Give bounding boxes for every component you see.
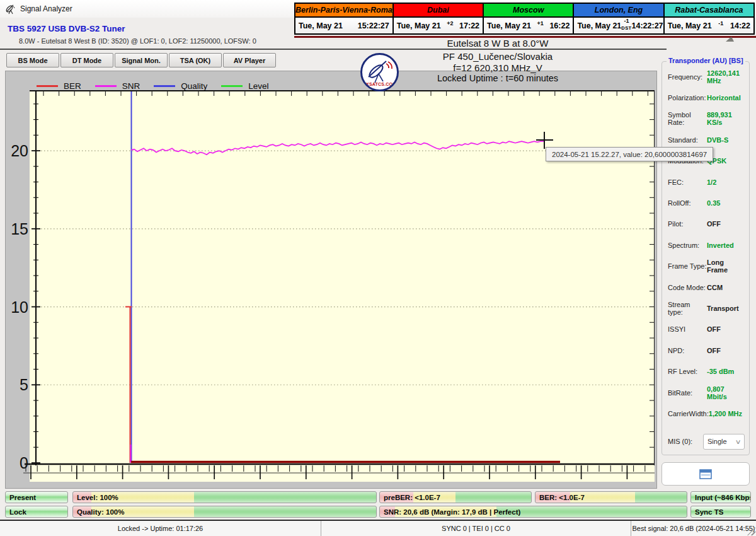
svg-text:5: 5 — [20, 376, 28, 393]
clock-date: Tue, May 21 — [299, 21, 343, 30]
chart-tooltip: 2024-05-21 15.22.27, value: 20,600000381… — [546, 147, 713, 161]
ber-bar: BER: <1.0E-7 — [535, 491, 687, 503]
clock-column: Dubai Tue, May 21 +2 17:22 — [394, 4, 484, 33]
transponder-field: NPD: OFF — [662, 340, 750, 361]
clock-city-label: Berlin-Paris-Vienna-Roma — [295, 4, 392, 18]
stream-list-button[interactable] — [662, 462, 750, 486]
mis-label: MIS (0): — [668, 438, 703, 445]
tab[interactable]: DT Mode — [60, 53, 113, 67]
clock-time: 14:22 — [730, 21, 750, 30]
transponder-field: Polarization: Horizontal — [662, 87, 750, 108]
legend-line-swatch — [37, 85, 58, 87]
mis-row: MIS (0): Single ∨ — [662, 433, 750, 450]
preber-bar: preBER: <1.0E-7 — [379, 491, 532, 503]
clock-city-label: Dubai — [394, 4, 483, 18]
transponder-field: ISSYI OFF — [662, 319, 750, 340]
window-title: Signal Analyzer — [20, 4, 72, 13]
crosshair-cursor — [544, 132, 545, 149]
svg-text:10: 10 — [11, 298, 28, 316]
transponder-field: FEC: 1/2 — [662, 172, 750, 192]
tab[interactable]: BS Mode — [6, 53, 59, 67]
header-divider — [0, 49, 667, 50]
lock-indicator: Lock — [5, 506, 68, 518]
chart-legend: BER SNR Quality Level — [37, 81, 283, 91]
svg-text:0: 0 — [20, 454, 28, 472]
legend-item: SNR — [95, 81, 140, 91]
transponder-field: Symbol Rate: 889,931 KS/s — [662, 108, 750, 129]
clock-time: 15:22:27 — [358, 21, 389, 30]
clock-city-label: London, Eng — [574, 4, 663, 18]
clock-date: Tue, May 21 — [668, 21, 712, 30]
satellite-title: Eutelsat 8 W B at 8.0°W — [328, 38, 668, 49]
mis-selected-value: Single — [707, 438, 727, 445]
dxsatcs-logo: DXSATCS.COM — [360, 53, 399, 91]
clock-time: 16:22 — [549, 21, 570, 30]
signal-chart-panel: BER SNR Quality Level 05101520 — [5, 71, 657, 489]
sync-ts-indicator: Sync TS — [690, 506, 751, 518]
transponder-field: Code Mode: CCM — [662, 277, 750, 298]
status-lock-uptime: Locked -> Uptime: 01:17:26 — [0, 521, 321, 536]
legend-item: Level — [221, 81, 268, 91]
transponder-field: CarrierWidth: 1,200 MHz — [662, 403, 750, 424]
status-sync-counters: SYNC 0 | TEI 0 | CC 0 — [321, 521, 631, 536]
transponder-field: BitRate: 0,807 Mbit/s — [662, 382, 750, 403]
present-indicator: Present — [5, 491, 68, 503]
logo-text: DXSATCS.COM — [362, 82, 397, 86]
clock-city-label: Rabat-Casablanca — [665, 4, 753, 18]
clock-column: Moscow Tue, May 21 +1 16:22 — [484, 4, 574, 33]
chevron-down-icon: ∨ — [735, 438, 741, 445]
mode-tabs: BS ModeDT ModeSignal Mon.TSA (OK)AV Play… — [6, 53, 277, 69]
svg-text:20: 20 — [11, 142, 28, 160]
list-window-icon — [699, 469, 712, 479]
clock-utc-offset: +1 — [531, 23, 549, 28]
transponder-field: Pilot: OFF — [662, 214, 750, 235]
tab[interactable]: AV Player — [223, 53, 276, 67]
signal-plot: 05101520 — [6, 71, 658, 489]
clock-city-label: Moscow — [484, 4, 573, 18]
clock-utc-offset: -1 — [712, 23, 730, 28]
satellite-dish-icon — [5, 3, 16, 15]
tuner-name: TBS 5927 USB DVB-S2 Tuner — [8, 24, 125, 33]
transponder-field: Frequency: 12620,141 MHz — [662, 66, 750, 87]
input-rate-indicator: Input (~846 Kbps) — [690, 491, 751, 503]
clock-utc-offset: -1DST — [621, 20, 631, 31]
svg-text:15: 15 — [11, 220, 28, 238]
clock-time: 17:22 — [459, 21, 479, 30]
tab[interactable]: Signal Mon. — [115, 53, 168, 67]
clock-time: 14:22:27 — [632, 21, 663, 30]
legend-item: Quality — [154, 81, 207, 91]
transponder-field: RollOff: 0.35 — [662, 192, 750, 213]
level-bar: Level: 100% — [72, 491, 377, 503]
world-clocks: Berlin-Paris-Vienna-Roma Tue, May 21 15:… — [294, 3, 755, 35]
tab[interactable]: TSA (OK) — [169, 53, 222, 67]
clock-date: Tue, May 21 — [487, 21, 531, 30]
transponder-field: Frame Type: Long Frame — [662, 256, 750, 277]
transponder-field: RF Level: -35 dBm — [662, 361, 750, 382]
clock-column: London, Eng Tue, May 21 -1DST 14:22:27 — [574, 4, 664, 33]
transponder-fields: Frequency: 12620,141 MHz Polarization: H… — [662, 66, 750, 424]
status-bar: Locked -> Uptime: 01:17:26 SYNC 0 | TEI … — [0, 520, 756, 536]
snr-bar: SNR: 20,6 dB (Margin: 17,9 dB | Perfect) — [379, 506, 687, 518]
clock-date: Tue, May 21 — [397, 21, 441, 30]
mis-dropdown[interactable]: Single ∨ — [703, 434, 745, 450]
tuner-details: 8.0W - Eutelsat 8 West B (ID: 3520) @ LO… — [19, 37, 256, 45]
transponder-field: Stream type: Transport — [662, 298, 750, 318]
legend-line-swatch — [154, 85, 175, 87]
legend-line-swatch — [221, 85, 243, 87]
clock-resize-grip[interactable] — [726, 37, 734, 42]
clock-date: Tue, May 21 — [577, 21, 621, 30]
status-best-signal: Best signal: 20,6 dB (2024-05-21 14:55) — [631, 521, 756, 536]
clock-column: Berlin-Paris-Vienna-Roma Tue, May 21 15:… — [295, 4, 394, 33]
quality-bar: Quality: 100% — [72, 506, 377, 518]
clock-utc-offset: +2 — [441, 23, 459, 28]
clock-column: Rabat-Casablanca Tue, May 21 -1 14:22 — [665, 4, 753, 33]
legend-line-swatch — [95, 85, 117, 87]
transponder-title: Transponder (AU) [BS] — [667, 57, 745, 64]
transponder-field: Spectrum: Inverted — [662, 235, 750, 255]
legend-item: BER — [37, 81, 81, 91]
